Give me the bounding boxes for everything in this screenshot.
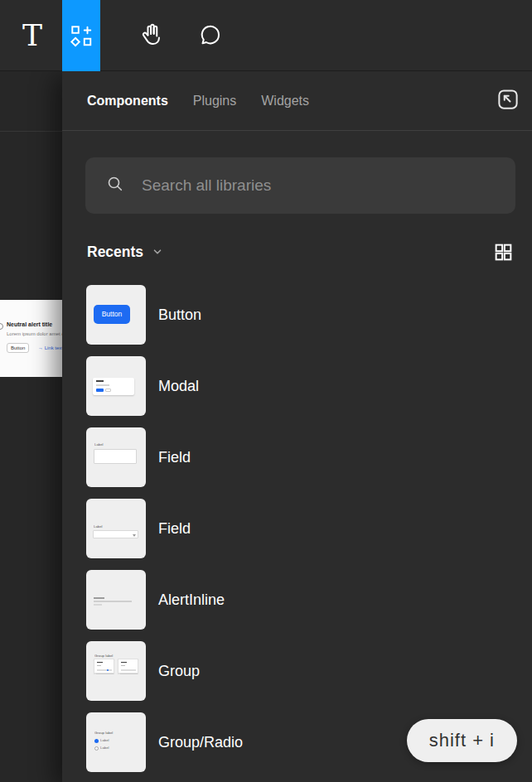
alert-body-text: Lorem ipsum dolor amet consec	[7, 331, 66, 336]
comment-bubble-icon	[197, 22, 224, 49]
thumbnail-field-label: Label	[94, 525, 103, 529]
field-thumbnail: Label	[86, 499, 146, 558]
info-circle-icon	[0, 323, 3, 330]
arrow-up-left-box-icon	[496, 87, 520, 115]
caret-down-icon	[133, 534, 136, 537]
search-icon	[105, 174, 142, 197]
thumbnail-input-preview	[94, 449, 137, 464]
text-tool-icon: T	[22, 21, 42, 51]
alert-title: Neutral alert title	[7, 321, 52, 327]
insert-components-panel: Components Plugins Widgets	[62, 71, 532, 782]
component-name: Button	[158, 307, 201, 324]
components-tool-button-active[interactable]	[62, 0, 100, 71]
component-item-button[interactable]: Button Button	[86, 285, 532, 345]
components-icon	[69, 23, 94, 48]
recents-header: Recents	[62, 240, 532, 263]
radio-selected-icon	[94, 739, 99, 743]
component-name: AlertInline	[158, 591, 225, 609]
recents-title[interactable]: Recents	[87, 244, 143, 261]
chevron-down-icon[interactable]	[152, 246, 163, 258]
thumbnail-group-label: Group label	[94, 654, 113, 658]
figma-app-window: Neutral alert title Lorem ipsum dolor am…	[0, 0, 532, 782]
component-item-field-input[interactable]: Label Field	[86, 427, 532, 487]
alert-link: → Link text	[38, 345, 63, 350]
search-bar[interactable]	[85, 157, 515, 214]
component-item-field-select[interactable]: Label Field	[86, 499, 532, 558]
top-toolbar: T	[0, 0, 532, 71]
component-item-group[interactable]: Group label Group	[86, 641, 532, 701]
thumbnail-select-preview	[93, 530, 138, 538]
panel-tabs: Components Plugins Widgets	[62, 71, 532, 131]
button-thumbnail: Button	[86, 285, 146, 345]
radio-label: Label	[100, 739, 109, 742]
alert-button: Button	[7, 343, 29, 353]
shortcut-hint-pill: shift + i	[407, 719, 517, 762]
alertinline-thumbnail	[86, 570, 146, 630]
field-thumbnail: Label	[86, 427, 146, 487]
hand-icon	[138, 22, 165, 49]
component-name: Field	[158, 449, 191, 466]
tab-widgets[interactable]: Widgets	[261, 94, 309, 109]
pin-panel-button[interactable]	[496, 89, 520, 113]
modal-thumbnail	[86, 356, 146, 416]
thumbnail-button-preview: Button	[94, 305, 130, 324]
component-name: Group	[158, 663, 200, 680]
recents-list: Button Button Modal Label Field	[62, 285, 532, 772]
grid-view-button[interactable]	[493, 242, 514, 263]
group-radio-thumbnail: Group label Label Label	[86, 712, 146, 772]
radio-unselected-icon	[94, 746, 99, 751]
tab-plugins[interactable]: Plugins	[193, 94, 236, 109]
thumbnail-modal-preview	[93, 378, 134, 395]
group-thumbnail: Group label	[86, 641, 146, 701]
thumbnail-field-label: Label	[94, 443, 104, 447]
component-item-alertinline[interactable]: AlertInline	[86, 570, 532, 630]
canvas-alert-card[interactable]: Neutral alert title Lorem ipsum dolor am…	[0, 300, 66, 377]
tab-components[interactable]: Components	[87, 94, 168, 109]
component-name: Field	[158, 520, 191, 538]
canvas-area[interactable]: Neutral alert title Lorem ipsum dolor am…	[0, 71, 66, 782]
component-item-modal[interactable]: Modal	[86, 356, 532, 416]
text-tool-button[interactable]: T	[13, 0, 51, 71]
component-name: Group/Radio	[158, 734, 243, 751]
component-name: Modal	[158, 378, 199, 395]
radio-label: Label	[100, 746, 109, 750]
comment-tool-button[interactable]	[191, 0, 230, 71]
search-input[interactable]	[142, 176, 502, 195]
hand-tool-button[interactable]	[133, 0, 171, 71]
thumbnail-group-label: Group label	[94, 731, 113, 735]
canvas-frame-edge	[0, 131, 66, 132]
